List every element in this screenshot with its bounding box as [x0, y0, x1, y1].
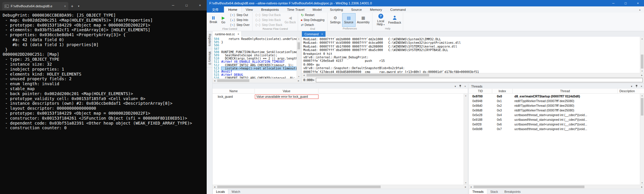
scrollbar-thumb[interactable] — [217, 79, 249, 82]
minimize-button[interactable]: ─ — [166, 0, 180, 11]
break-button[interactable]: Break — [208, 13, 218, 27]
tab-close-icon[interactable]: × — [64, 4, 66, 8]
thread-row[interactable]: 0x9700 0x0 d8_exe!mainCRTStartup (00007f… — [469, 94, 640, 99]
step-into-button[interactable]: {↓} Step Into — [228, 18, 251, 22]
new-tab-button[interactable]: + — [68, 4, 76, 8]
source-file-tab[interactable]: runtime-test.cc × — [213, 31, 242, 37]
command-tab[interactable]: Command × — [302, 31, 326, 37]
pin-icon[interactable] — [459, 85, 462, 88]
close-button[interactable]: × — [193, 0, 207, 11]
scroll-left-icon[interactable]: ◀ — [213, 185, 217, 189]
pin-icon[interactable] — [635, 85, 638, 88]
detach-button[interactable]: ⇄ Detach — [299, 23, 326, 27]
scroll-right-icon[interactable]: ▶ — [464, 185, 468, 189]
thread-row[interactable]: 0x5e28 0x4 ucrtbased!thread_start<unsign… — [469, 113, 640, 117]
scroll-up-icon[interactable]: ▲ — [640, 94, 644, 97]
close-button[interactable]: × — [632, 0, 644, 6]
scroll-down-icon[interactable]: ▼ — [297, 75, 301, 78]
ribbon-tab[interactable]: Breakpoints — [257, 6, 283, 13]
feedback-button[interactable]: Feedback — [388, 13, 402, 27]
step-into-back-button[interactable]: {↓} Step Into Back — [254, 18, 284, 22]
ribbon-tab[interactable]: Command — [386, 6, 410, 13]
source-horizontal-scrollbar[interactable]: ◀ ▶ — [213, 78, 301, 83]
column-header-index[interactable]: Index — [492, 89, 513, 93]
close-icon[interactable]: × — [641, 85, 642, 88]
go-button[interactable]: ▶ Go — [218, 13, 228, 27]
scroll-up-icon[interactable]: ▲ — [640, 37, 644, 41]
step-over-button[interactable]: {↷} Step Over — [228, 23, 251, 27]
locals-horizontal-scrollbar[interactable]: ◀ ▶ — [213, 185, 468, 189]
terminal-titlebar[interactable]: >_ F:\v8\v8\out\x64.debug\d8.e × + ▾ ─ □… — [0, 0, 207, 11]
pane-bottom-tab[interactable]: Threads — [469, 189, 487, 194]
ribbon-collapse-icon[interactable]: ▴ — [636, 6, 644, 13]
scroll-down-icon[interactable]: ▼ — [640, 69, 644, 73]
windbg-titlebar[interactable]: F:\v8\v8\out\x64.debug\d8.exe --allow-na… — [207, 0, 644, 6]
scroll-right-icon[interactable]: ▶ — [640, 185, 644, 189]
source-vertical-scrollbar[interactable]: ▲ ▼ — [297, 37, 301, 78]
line-number-gutter[interactable]: 511 — [213, 60, 221, 63]
pane-bottom-tab[interactable]: Watch — [228, 189, 243, 194]
command-horizontal-scrollbar[interactable]: ◀ ▶ — [302, 73, 644, 77]
scroll-right-icon[interactable]: ▶ — [297, 79, 301, 83]
thread-row[interactable]: 0x8948 0x1 ntdll!TppWorkerThread (00007f… — [469, 99, 640, 103]
restart-button[interactable]: ↻ Restart — [299, 13, 326, 17]
locals-row[interactable]: lock_guard Value unavailable error for l… — [213, 94, 464, 99]
scrollbar-thumb[interactable] — [641, 98, 643, 116]
scroll-up-icon[interactable]: ▲ — [464, 94, 468, 97]
chevron-down-icon[interactable]: ▾ — [455, 85, 456, 88]
maximize-button[interactable]: □ — [619, 0, 632, 6]
scroll-left-icon[interactable]: ◀ — [469, 185, 473, 189]
tab-close-icon[interactable]: × — [321, 32, 323, 36]
column-header-name[interactable]: Name — [213, 89, 255, 93]
scroll-down-icon[interactable]: ▼ — [640, 181, 644, 185]
step-out-back-button[interactable]: {↑} Step Out Back — [254, 13, 284, 17]
pane-bottom-tab[interactable]: Locals — [213, 189, 228, 194]
command-vertical-scrollbar[interactable]: ▲ ▼ — [640, 37, 644, 73]
pane-bottom-tab[interactable]: Stack — [487, 189, 501, 194]
file-menu-tab[interactable]: 文件 — [207, 6, 224, 13]
thread-row[interactable]: 0x9188 0x5 ucrtbased!thread_start<unsign… — [469, 117, 640, 122]
locals-vertical-scrollbar[interactable]: ▲ ▼ — [464, 94, 468, 185]
ribbon-tab[interactable]: Memory — [366, 6, 386, 13]
threads-vertical-scrollbar[interactable]: ▲ ▼ — [640, 94, 644, 185]
collapsed-pane-tab[interactable]: Registers — [207, 31, 212, 49]
thread-row[interactable]: 0x6b98 0x7 ucrtbased!thread_start<unsign… — [469, 127, 640, 131]
local-help-button[interactable]: ? Local Help ▾ — [374, 13, 388, 27]
scrollbar-thumb[interactable] — [307, 74, 429, 76]
threads-horizontal-scrollbar[interactable]: ◀ ▶ — [469, 185, 644, 189]
scrollbar-thumb[interactable] — [474, 186, 584, 188]
thread-row[interactable]: 0x98d8 0x3 ntdll!TppWorkerThread (00007f… — [469, 108, 640, 113]
scrollbar-thumb[interactable] — [297, 42, 300, 49]
collapsed-pane-tab[interactable]: Memory 0 — [207, 49, 212, 67]
scrollbar-thumb[interactable] — [217, 186, 381, 188]
scroll-up-icon[interactable]: ▲ — [297, 37, 301, 41]
ribbon-tab[interactable]: Home — [224, 6, 242, 13]
scrollbar-thumb[interactable] — [641, 55, 643, 69]
pane-bottom-tab[interactable]: Breakpoints — [501, 189, 524, 194]
scroll-right-icon[interactable]: ▶ — [640, 73, 644, 77]
assembly-mode-button[interactable]: ▦ Assembly — [356, 13, 371, 27]
ribbon-tab[interactable]: Model — [309, 6, 326, 13]
column-header-tid[interactable]: TID — [469, 89, 492, 93]
ribbon-tab[interactable]: Scripting — [326, 6, 347, 13]
stop-debugging-button[interactable]: ■ Stop Debugging — [299, 18, 326, 22]
command-input[interactable] — [316, 78, 643, 82]
go-back-button[interactable]: ◀ Go Back — [284, 13, 297, 27]
column-header-thread[interactable]: Thread — [513, 89, 618, 93]
ribbon-tab[interactable]: Time Travel — [283, 6, 309, 13]
step-out-button[interactable]: {↑} Step Out — [228, 13, 251, 17]
scroll-down-icon[interactable]: ▼ — [464, 181, 468, 185]
ribbon-tab[interactable]: Source — [347, 6, 366, 13]
column-header-value[interactable]: Value — [255, 89, 318, 93]
thread-row[interactable]: 0x6f28 0x6 ucrtbased!thread_start<unsign… — [469, 122, 640, 127]
settings-button[interactable]: ⚙ Settings — [329, 13, 342, 27]
maximize-button[interactable]: □ — [180, 0, 193, 11]
ribbon-tab[interactable]: View — [242, 6, 257, 13]
tab-close-icon[interactable]: × — [238, 32, 239, 36]
thread-row[interactable]: 0x98d0 0x2 ntdll!TppWorkerThread (00007f… — [469, 103, 640, 108]
scroll-left-icon[interactable]: ◀ — [213, 79, 217, 83]
scroll-left-icon[interactable]: ◀ — [302, 73, 306, 77]
step-over-back-button[interactable]: {↷} Step Over Back — [254, 23, 284, 27]
column-header-description[interactable]: Description — [618, 89, 644, 93]
terminal-tab[interactable]: >_ F:\v8\v8\out\x64.debug\d8.e × — [2, 2, 68, 10]
